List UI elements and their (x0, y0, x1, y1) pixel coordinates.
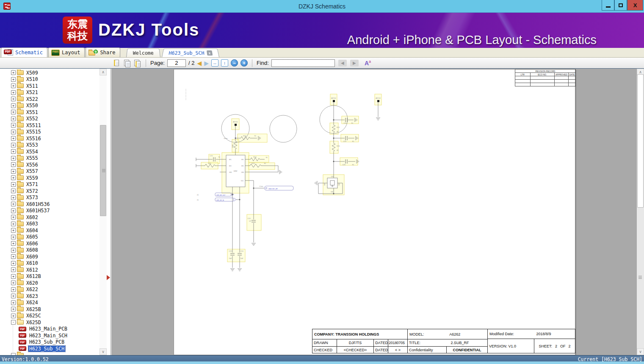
zoom-out-button[interactable]: − (231, 59, 238, 67)
close-button[interactable]: X (627, 0, 643, 11)
doc-tab-welcome[interactable]: Welcome (126, 48, 160, 57)
zoom-in-button[interactable]: + (240, 59, 248, 67)
tab-share[interactable]: + Share (86, 47, 120, 57)
tree-folder-row[interactable]: +X620 (0, 280, 99, 286)
tree-folder-row[interactable]: +X553 (0, 142, 99, 149)
expand-icon[interactable]: + (11, 314, 16, 318)
expand-icon[interactable]: + (11, 77, 16, 82)
tree-folder-row[interactable]: +X557 (0, 168, 99, 175)
expand-icon[interactable]: + (11, 117, 16, 121)
tree-folder-row[interactable]: +X608 (0, 247, 99, 254)
tree-folder-row[interactable]: +X612B (0, 273, 99, 280)
expand-icon[interactable]: + (11, 241, 16, 246)
page-input[interactable] (167, 59, 186, 67)
export-pages-icon[interactable] (134, 59, 141, 67)
tree-folder-row[interactable]: +X606 (0, 240, 99, 247)
tree-folder-row[interactable]: +X605 (0, 234, 99, 241)
maximize-button[interactable] (614, 0, 627, 11)
scroll-down-button[interactable]: ∨ (637, 348, 644, 355)
document-scrollbar[interactable]: ∧ ∨ (637, 69, 644, 355)
expand-icon[interactable]: + (11, 156, 16, 161)
expand-icon[interactable]: + (11, 182, 16, 187)
single-page-icon[interactable] (113, 59, 121, 67)
tree-folder-row[interactable]: +X573 (0, 195, 99, 201)
expand-icon[interactable]: + (11, 195, 16, 200)
tree-folder-row[interactable]: +X602 (0, 214, 99, 221)
tree-scrollbar[interactable]: ∧ ∨ (100, 69, 107, 355)
expand-icon[interactable]: + (11, 97, 16, 101)
tab-layout[interactable]: PADS Layout (48, 47, 85, 57)
tree-folder-row[interactable]: +X522 (0, 96, 99, 103)
tree-folder-row[interactable]: +X5511 (0, 122, 99, 129)
expand-icon[interactable]: + (11, 169, 16, 174)
tree-scrollbar-thumb[interactable] (100, 125, 106, 216)
fit-page-button[interactable]: ↕ (221, 59, 228, 67)
expand-icon[interactable]: + (11, 208, 16, 213)
expand-icon[interactable]: + (11, 83, 16, 88)
tree-folder-row[interactable]: +X559 (0, 175, 99, 181)
tree-folder-row[interactable]: +X601H536 (0, 201, 99, 208)
tree-pdf-row[interactable]: PDFH623_Main_SCH (0, 332, 99, 339)
expand-icon[interactable]: + (11, 222, 16, 226)
tree-folder-row[interactable]: +X554 (0, 148, 99, 155)
expand-icon[interactable]: + (11, 162, 16, 167)
expand-icon[interactable]: + (11, 189, 16, 193)
next-page-button[interactable]: ▶ (204, 60, 209, 66)
tree-pdf-row[interactable]: PDFH623_Sub_PCB (0, 339, 99, 346)
tree-folder-row[interactable]: +X521 (0, 89, 99, 96)
find-input[interactable] (271, 59, 335, 67)
copy-pages-icon[interactable] (124, 59, 131, 67)
expand-icon[interactable]: + (11, 287, 16, 292)
tree-folder-row[interactable]: +X625C (0, 313, 99, 320)
tree-folder-row[interactable]: +X556 (0, 161, 99, 168)
expand-icon[interactable]: + (11, 215, 16, 220)
find-next-button[interactable]: ▶ (350, 60, 359, 67)
expand-icon[interactable]: + (11, 267, 16, 272)
tree-folder-row-expanded[interactable]: -X625D (0, 319, 99, 326)
tree-folder-row[interactable]: +X603 (0, 221, 99, 228)
find-prev-button[interactable]: ◀ (338, 60, 347, 67)
expand-icon[interactable]: + (11, 274, 16, 279)
expand-icon[interactable]: + (11, 143, 16, 147)
tree-folder-row[interactable]: +X5515 (0, 129, 99, 136)
tree-folder-row[interactable]: +X510 (0, 76, 99, 83)
expand-icon[interactable]: + (11, 175, 16, 180)
tree-folder-row[interactable]: +X550 (0, 103, 99, 109)
tree-pdf-row[interactable]: PDFH623_Sub_SCH (0, 345, 99, 352)
expand-icon[interactable]: + (11, 70, 16, 75)
match-case-icon[interactable]: Aa (365, 59, 371, 67)
expand-icon[interactable]: + (11, 235, 16, 239)
expand-icon[interactable]: + (11, 254, 16, 259)
expand-icon[interactable]: + (11, 130, 16, 134)
scroll-up-button[interactable]: ∧ (100, 69, 107, 75)
tree-folder-row[interactable]: +X555 (0, 155, 99, 162)
expand-icon[interactable]: + (11, 294, 16, 298)
expand-icon[interactable]: + (11, 228, 16, 233)
tree-folder-row[interactable]: +X612 (0, 267, 99, 273)
expand-icon[interactable]: + (11, 110, 16, 114)
tree-folder-row[interactable]: +X622 (0, 286, 99, 293)
tree-folder-row[interactable]: +X571 (0, 181, 99, 188)
document-scrollbar-thumb[interactable] (637, 74, 644, 208)
expand-icon[interactable]: + (11, 103, 16, 108)
minimize-button[interactable] (602, 0, 614, 11)
tab-close-button[interactable]: x (207, 50, 213, 56)
expand-icon[interactable]: + (11, 90, 16, 95)
tree-folder-row[interactable]: +X610 (0, 260, 99, 267)
tree-folder-row[interactable]: +X624 (0, 300, 99, 306)
tree-folder-row[interactable]: +X552 (0, 116, 99, 122)
tree-folder-row[interactable]: +X601H537 (0, 208, 99, 214)
prev-page-button[interactable]: ◀ (197, 60, 202, 66)
collapse-icon[interactable]: - (11, 320, 16, 325)
tree-folder-row[interactable]: +X572 (0, 188, 99, 195)
expand-icon[interactable]: + (11, 149, 16, 154)
tree-folder-row[interactable]: +X604 (0, 227, 99, 234)
tree-pdf-row[interactable]: PDFH623_Main_PCB (0, 326, 99, 333)
tree-folder-row[interactable]: +X551 (0, 109, 99, 116)
tree-folder-row[interactable]: +X625B (0, 306, 99, 313)
doc-tab-h623-sub-sch[interactable]: H623_Sub_SCH x (162, 48, 219, 57)
expand-icon[interactable]: + (11, 261, 16, 266)
scroll-down-button[interactable]: ∨ (100, 348, 107, 355)
expand-icon[interactable]: + (11, 281, 16, 285)
expand-icon[interactable]: + (11, 300, 16, 305)
